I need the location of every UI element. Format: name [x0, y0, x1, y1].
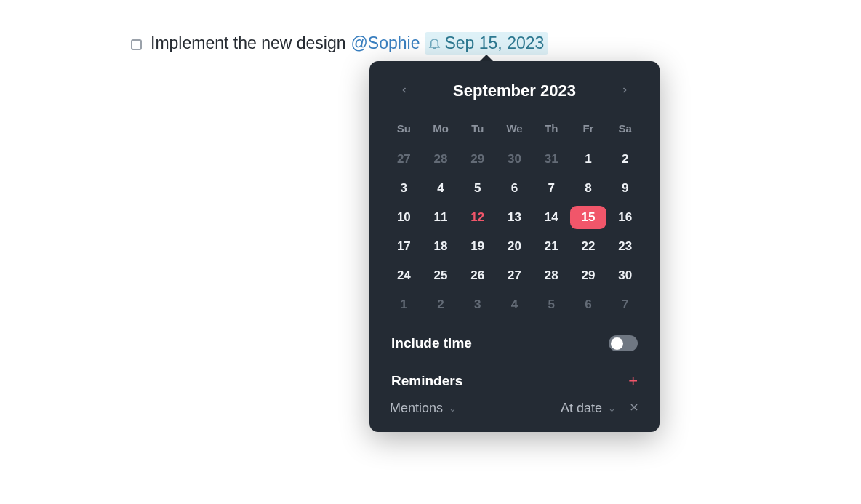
- calendar-day[interactable]: 7: [533, 177, 570, 200]
- toggle-knob: [611, 337, 623, 350]
- add-reminder-button[interactable]: +: [628, 373, 638, 389]
- calendar-day[interactable]: 29: [570, 264, 607, 287]
- reminder-when-dropdown[interactable]: At date ⌄: [561, 401, 616, 416]
- calendar-grid: SuMoTuWeThFrSa27282930311234567891011121…: [385, 118, 644, 316]
- calendar-day[interactable]: 16: [606, 206, 644, 229]
- calendar-day[interactable]: 8: [570, 177, 607, 200]
- date-picker-popover: September 2023 SuMoTuWeThFrSa27282930311…: [369, 61, 660, 432]
- calendar-day[interactable]: 27: [385, 148, 423, 171]
- calendar-day[interactable]: 4: [423, 177, 460, 200]
- reminders-header: Reminders +: [369, 373, 660, 389]
- calendar-day[interactable]: 19: [459, 235, 496, 258]
- calendar-dow: Sa: [606, 118, 644, 142]
- calendar-day[interactable]: 1: [385, 293, 423, 316]
- calendar-dow: Fr: [570, 118, 607, 142]
- calendar-day[interactable]: 28: [423, 148, 460, 171]
- reminder-type-dropdown[interactable]: Mentions ⌄: [390, 401, 457, 416]
- remove-reminder-button[interactable]: [629, 401, 639, 416]
- task-date-text: Sep 15, 2023: [444, 33, 544, 53]
- calendar-day[interactable]: 2: [423, 293, 460, 316]
- calendar-day[interactable]: 3: [459, 293, 496, 316]
- calendar-dow: Tu: [459, 118, 496, 142]
- task-text: Implement the new design: [151, 33, 346, 53]
- calendar-day[interactable]: 20: [496, 235, 533, 258]
- calendar-day[interactable]: 2: [606, 148, 644, 171]
- calendar-day[interactable]: 13: [496, 206, 533, 229]
- calendar-day[interactable]: 11: [423, 206, 460, 229]
- calendar-day[interactable]: 9: [606, 177, 644, 200]
- task-line: Implement the new design @Sophie Sep 15,…: [131, 32, 548, 55]
- calendar-day[interactable]: 14: [533, 206, 570, 229]
- calendar-day[interactable]: 22: [570, 235, 607, 258]
- prev-month-button[interactable]: [396, 80, 413, 102]
- calendar-day[interactable]: 30: [606, 264, 644, 287]
- calendar-day[interactable]: 26: [459, 264, 496, 287]
- include-time-label: Include time: [391, 335, 472, 351]
- calendar-day[interactable]: 18: [423, 235, 460, 258]
- calendar-day[interactable]: 28: [533, 264, 570, 287]
- calendar-day[interactable]: 1: [570, 148, 607, 171]
- calendar-day[interactable]: 5: [459, 177, 496, 200]
- chevron-down-icon: ⌄: [608, 403, 616, 414]
- chevron-right-icon: [620, 86, 629, 95]
- reminder-type-value: Mentions: [390, 401, 443, 416]
- calendar-day[interactable]: 23: [606, 235, 644, 258]
- calendar-day[interactable]: 17: [385, 235, 423, 258]
- task-date-badge[interactable]: Sep 15, 2023: [425, 32, 548, 55]
- reminder-row: Mentions ⌄ At date ⌄: [369, 401, 660, 416]
- calendar-day[interactable]: 31: [533, 148, 570, 171]
- calendar-day[interactable]: 25: [423, 264, 460, 287]
- calendar-day[interactable]: 6: [570, 293, 607, 316]
- calendar-day[interactable]: 29: [459, 148, 496, 171]
- reminder-when-value: At date: [561, 401, 602, 416]
- calendar-day[interactable]: 30: [496, 148, 533, 171]
- calendar-header: September 2023: [369, 61, 660, 102]
- calendar-day[interactable]: 10: [385, 206, 423, 229]
- task-checkbox[interactable]: [131, 39, 142, 50]
- chevron-left-icon: [400, 86, 409, 95]
- calendar-dow: Mo: [423, 118, 460, 142]
- calendar-day[interactable]: 15: [570, 206, 607, 229]
- calendar-day[interactable]: 3: [385, 177, 423, 200]
- include-time-row: Include time: [369, 335, 660, 351]
- calendar-day[interactable]: 27: [496, 264, 533, 287]
- calendar-title: September 2023: [453, 81, 576, 100]
- reminders-label: Reminders: [391, 373, 462, 389]
- calendar-dow: Th: [533, 118, 570, 142]
- next-month-button[interactable]: [616, 80, 633, 102]
- calendar-day[interactable]: 12: [459, 206, 496, 229]
- calendar-dow: We: [496, 118, 533, 142]
- task-mention[interactable]: @Sophie: [351, 33, 420, 53]
- calendar-day[interactable]: 24: [385, 264, 423, 287]
- calendar-dow: Su: [385, 118, 423, 142]
- chevron-down-icon: ⌄: [449, 403, 457, 414]
- calendar-day[interactable]: 5: [533, 293, 570, 316]
- calendar-day[interactable]: 7: [606, 293, 644, 316]
- calendar-day[interactable]: 21: [533, 235, 570, 258]
- calendar-day[interactable]: 4: [496, 293, 533, 316]
- bell-icon: [428, 36, 441, 50]
- close-icon: [629, 402, 639, 412]
- include-time-toggle[interactable]: [609, 335, 638, 351]
- calendar-day[interactable]: 6: [496, 177, 533, 200]
